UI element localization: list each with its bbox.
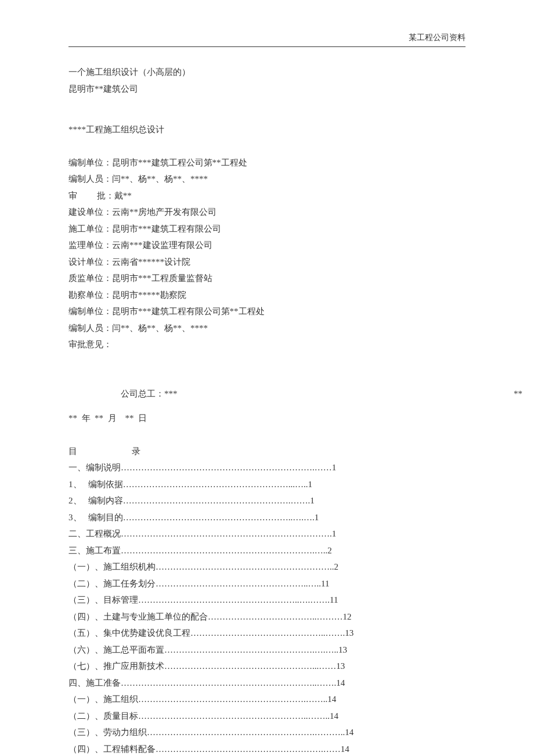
body-line: 建设单位：云南**房地产开发有限公司 xyxy=(68,204,466,221)
header-company-label: 某工程公司资料 xyxy=(409,33,466,43)
body-line: 编制单位：昆明市***建筑工程公司第**工程处 xyxy=(68,154,466,171)
toc-item: 3、 编制目的…………………………………………………..….….1 xyxy=(68,509,466,526)
toc-item: （四）、工程辅料配备………………………………………………….……14 xyxy=(68,741,466,757)
chief-engineer-label: 公司总工：*** xyxy=(68,386,178,402)
body-line: 编制人员：闫**、杨**、杨**、**** xyxy=(68,320,466,337)
body-line: 审 批：戴** xyxy=(68,188,466,204)
toc-item: 三、施工布置………………………………………………………….…..2 xyxy=(68,542,466,559)
chief-right-mark: ** xyxy=(514,386,522,402)
body-line: 昆明市**建筑公司 xyxy=(68,81,466,98)
body-line: 编制单位：昆明市***建筑工程有限公司第**工程处 xyxy=(68,303,466,320)
toc-item: （二）、施工任务划分……………………………………………..…..11 xyxy=(68,575,466,592)
toc-item: （二）、质量目标…………………………………………………..……..14 xyxy=(68,708,466,725)
toc-item: （五）、集中优势建设优良工程………………………………………..…….13 xyxy=(68,625,466,642)
body-line: 质监单位：昆明市***工程质量监督站 xyxy=(68,270,466,287)
toc-item: （一）、施工组织机构……………………………………………………..2 xyxy=(68,559,466,575)
body-line: 施工单位：昆明市***建筑工程有限公司 xyxy=(68,221,466,237)
toc-item: （三）、劳动力组织………………………………………………….………..14 xyxy=(68,724,466,741)
header-divider xyxy=(68,46,466,47)
toc-item: 1、 编制依据…………………………………………………...…..1 xyxy=(68,476,466,493)
toc-item: 四、施工准备…………………………………………………………..…….14 xyxy=(68,675,466,692)
toc-item: （一）、施工组织………………………………………………….……..14 xyxy=(68,691,466,708)
body-line: 勘察单位：昆明市*****勘察院 xyxy=(68,287,466,304)
body-line: 编制人员：闫**、杨**、杨**、**** xyxy=(68,171,466,188)
body-line: 审批意见： xyxy=(68,336,466,353)
toc-title: 目 录 xyxy=(68,443,466,460)
body-line: 设计单位：云南省******设计院 xyxy=(68,254,466,271)
toc-item: （六）、施工总平面布置…………………………………………….….…..13 xyxy=(68,642,466,658)
body-line: ****工程施工组织总设计 xyxy=(68,121,466,138)
body-line: 一个施工组织设计（小高层的） xyxy=(68,64,466,81)
date-line: ** 年 ** 月 ** 日 xyxy=(68,410,466,427)
toc-item: 2、 编制内容………………………………………………….…….1 xyxy=(68,492,466,509)
toc-item: 二、工程概况……………………………………………………………….1 xyxy=(68,525,466,542)
toc-item: （三）、目标管理………………………………………………..….…….11 xyxy=(68,592,466,609)
body-line: 监理单位：云南***建设监理有限公司 xyxy=(68,237,466,254)
document-body: 一个施工组织设计（小高层的） 昆明市**建筑公司 ****工程施工组织总设计 编… xyxy=(68,64,466,756)
toc-item: （四）、土建与专业施工单位的配合………………………………..………12 xyxy=(68,609,466,625)
toc-item: 一、编制说明………………………………………………………….……1 xyxy=(68,459,466,476)
toc-item: （七）、推广应用新技术……………………………………………...……13 xyxy=(68,658,466,675)
